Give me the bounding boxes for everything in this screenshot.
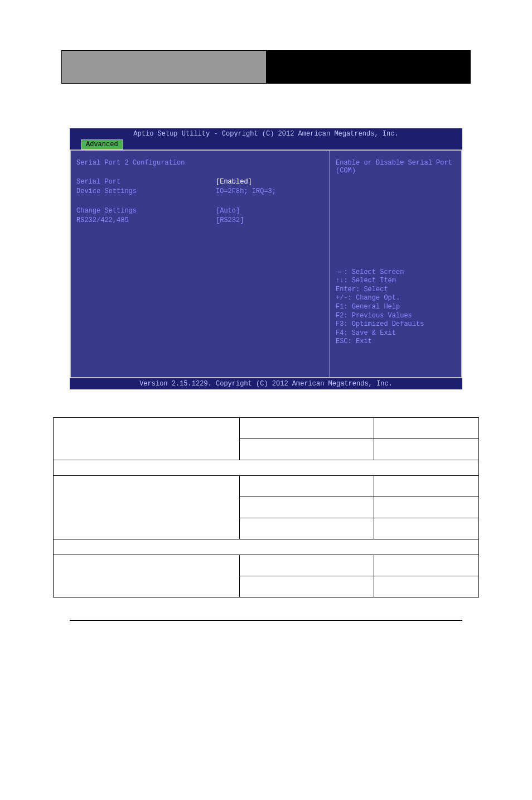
table-cell xyxy=(240,476,374,497)
bios-main-panel: Serial Port 2 Configuration Serial Port … xyxy=(71,151,330,377)
header-right-box xyxy=(267,50,471,84)
setting-device-settings: Device Settings IO=2F8h; IRQ=3; xyxy=(76,187,324,195)
bios-help-panel: Enable or Disable Serial Port (COM) →←: … xyxy=(330,151,461,377)
table-cell xyxy=(240,497,374,518)
table-cell xyxy=(374,439,478,460)
bios-footer: Version 2.15.1229. Copyright (C) 2012 Am… xyxy=(70,378,462,389)
table-cell xyxy=(54,539,479,555)
setting-label: RS232/422,485 xyxy=(76,216,216,224)
table-cell xyxy=(374,518,478,539)
table-cell xyxy=(240,555,374,576)
table-row xyxy=(54,460,479,476)
setting-value: [RS232] xyxy=(216,216,244,224)
setting-label: Change Settings xyxy=(76,207,216,215)
setting-label: Device Settings xyxy=(76,187,216,195)
nav-esc: ESC: Exit xyxy=(336,338,456,346)
table-cell xyxy=(54,460,479,476)
bios-tabs: Advanced xyxy=(70,139,462,150)
table-cell xyxy=(54,476,240,539)
table-cell xyxy=(240,518,374,539)
setting-value: [Auto] xyxy=(216,207,240,215)
table-cell xyxy=(240,439,374,460)
bios-body: Serial Port 2 Configuration Serial Port … xyxy=(70,150,462,378)
nav-change-opt: +/-: Change Opt. xyxy=(336,294,456,303)
table-row xyxy=(54,418,479,439)
setting-label: Serial Port xyxy=(76,178,216,186)
nav-f2: F2: Previous Values xyxy=(336,312,456,321)
section-title: Serial Port 2 Configuration xyxy=(76,159,324,167)
nav-f1: F1: General Help xyxy=(336,303,456,312)
table-cell xyxy=(374,576,478,597)
help-line-1: Enable or Disable Serial Port xyxy=(336,159,456,167)
nav-help: →←: Select Screen ↑↓: Select Item Enter:… xyxy=(336,268,456,346)
setting-change-settings[interactable]: Change Settings [Auto] xyxy=(76,207,324,215)
table-cell xyxy=(54,555,240,597)
bios-title: Aptio Setup Utility - Copyright (C) 2012… xyxy=(70,128,462,139)
table-cell xyxy=(240,418,374,439)
header-left-box xyxy=(61,50,267,84)
nav-select-screen: →←: Select Screen xyxy=(336,268,456,277)
table-row xyxy=(54,539,479,555)
tab-advanced[interactable]: Advanced xyxy=(81,139,123,150)
info-table xyxy=(53,417,479,597)
table-cell xyxy=(240,576,374,597)
table-cell xyxy=(374,418,478,439)
nav-f3: F3: Optimized Defaults xyxy=(336,320,456,329)
setting-value: IO=2F8h; IRQ=3; xyxy=(216,187,276,195)
table-cell xyxy=(374,497,478,518)
table-cell xyxy=(54,418,240,460)
setting-rs232[interactable]: RS232/422,485 [RS232] xyxy=(76,216,324,224)
setting-value: [Enabled] xyxy=(216,178,252,186)
nav-f4: F4: Save & Exit xyxy=(336,329,456,338)
setting-serial-port[interactable]: Serial Port [Enabled] xyxy=(76,178,324,186)
table-row xyxy=(54,476,479,497)
bios-screen: Aptio Setup Utility - Copyright (C) 2012… xyxy=(70,128,462,389)
nav-enter: Enter: Select xyxy=(336,286,456,295)
page-footer-line xyxy=(70,620,462,621)
table-row xyxy=(54,555,479,576)
table-cell xyxy=(374,555,478,576)
help-text: Enable or Disable Serial Port (COM) xyxy=(336,159,456,175)
nav-select-item: ↑↓: Select Item xyxy=(336,277,456,286)
table-cell xyxy=(374,476,478,497)
page-header xyxy=(61,50,471,84)
help-line-2: (COM) xyxy=(336,167,456,175)
